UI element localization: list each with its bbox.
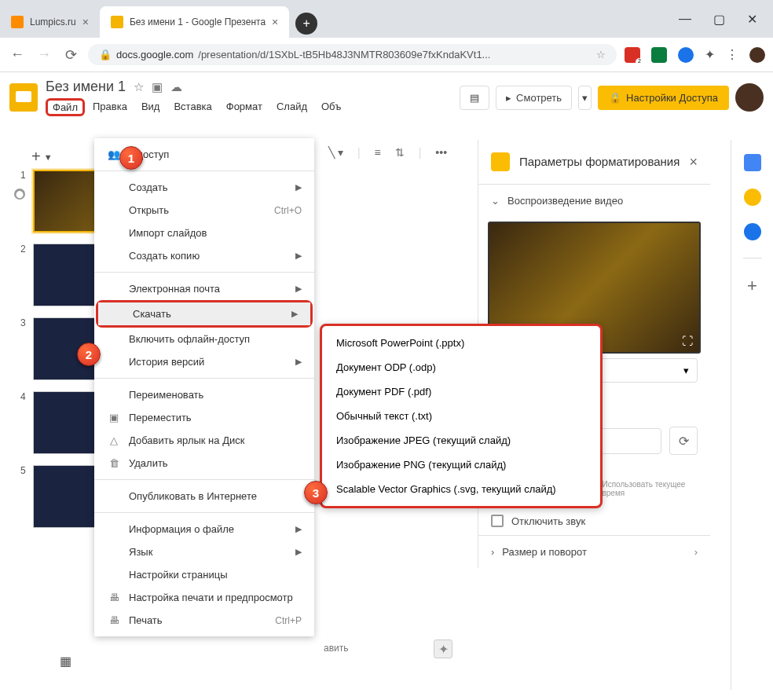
download-png[interactable]: Изображение PNG (текущий слайд) bbox=[322, 453, 600, 477]
download-pdf[interactable]: Документ PDF (.pdf) bbox=[322, 379, 600, 404]
menu-view[interactable]: Вид bbox=[135, 98, 167, 116]
mute-label: Отключить звук bbox=[511, 515, 585, 527]
calendar-icon[interactable] bbox=[744, 154, 761, 171]
menu-page[interactable]: Настройки страницы bbox=[94, 563, 314, 586]
align-icon[interactable]: ≡ bbox=[370, 143, 386, 162]
menu-delete[interactable]: 🗑Удалить bbox=[94, 452, 314, 475]
menu-insert[interactable]: Вставка bbox=[167, 98, 218, 116]
download-jpeg[interactable]: Изображение JPEG (текущий слайд) bbox=[322, 428, 600, 453]
menu-copy[interactable]: Создать копию▶ bbox=[94, 244, 314, 267]
slide-canvas[interactable] bbox=[324, 160, 457, 325]
label: Настройки страницы bbox=[129, 569, 228, 581]
menu-format[interactable]: Формат bbox=[220, 98, 269, 116]
menu-drive[interactable]: △Добавить ярлык на Диск bbox=[94, 429, 314, 452]
explore-icon[interactable]: ✦ bbox=[434, 640, 452, 658]
app-header: Без имени 1 ☆ ▣ ☁ Файл Правка Вид Вставк… bbox=[0, 72, 773, 123]
extensions-icon[interactable]: ✦ bbox=[705, 47, 715, 62]
add-icon[interactable]: + bbox=[747, 276, 757, 296]
menu-slide[interactable]: Слайд bbox=[270, 98, 313, 116]
label: Открыть bbox=[129, 204, 169, 216]
profile-avatar[interactable] bbox=[749, 47, 765, 63]
speaker-notes[interactable]: авить bbox=[324, 643, 349, 654]
menu-info[interactable]: Информация о файле▶ bbox=[94, 518, 314, 541]
forward-button[interactable]: → bbox=[35, 46, 53, 63]
slides-logo-icon[interactable] bbox=[9, 83, 38, 112]
ext-icon[interactable]: 2 bbox=[625, 47, 640, 63]
menu-download[interactable]: Скачать▶ bbox=[98, 302, 310, 325]
share-button[interactable]: 🔒Настройки Доступа bbox=[598, 86, 729, 110]
present-dropdown[interactable]: ▾ bbox=[578, 86, 592, 110]
present-button[interactable]: ▸Смотреть bbox=[496, 86, 572, 110]
menu-versions[interactable]: История версий▶ bbox=[94, 350, 314, 373]
menu-import[interactable]: Импорт слайдов bbox=[94, 222, 314, 244]
close-icon[interactable]: × bbox=[272, 16, 278, 28]
ext-icon[interactable] bbox=[678, 47, 694, 63]
size-section[interactable]: › Размер и поворот › bbox=[478, 535, 710, 568]
refresh-button[interactable]: ⟳ bbox=[669, 427, 698, 455]
menu-move[interactable]: ▣Переместить bbox=[94, 406, 314, 429]
menu-new[interactable]: Создать▶ bbox=[94, 176, 314, 199]
tab-lumpics[interactable]: Lumpics.ru × bbox=[0, 6, 100, 38]
folder-icon: ▣ bbox=[107, 412, 121, 423]
slide-num: 2 bbox=[20, 244, 28, 306]
menu-arrange[interactable]: Объ bbox=[315, 98, 347, 116]
address-bar[interactable]: 🔒 docs.google.com /presentation/d/1SXbL-… bbox=[88, 44, 617, 65]
menu-edit[interactable]: Правка bbox=[86, 98, 134, 116]
video-section[interactable]: ⌄ Воспроизведение видео bbox=[478, 184, 710, 217]
close-icon[interactable]: ✕ bbox=[747, 12, 757, 27]
minimize-icon[interactable]: — bbox=[679, 12, 691, 27]
grid-view-icon[interactable]: ▦ bbox=[60, 654, 82, 669]
arrow-icon: ▶ bbox=[291, 309, 298, 319]
move-icon[interactable]: ▣ bbox=[152, 80, 163, 94]
new-slide-button[interactable]: + ▼ bbox=[31, 148, 53, 166]
label: Документ PDF (.pdf) bbox=[336, 386, 431, 398]
side-rail: + bbox=[731, 140, 773, 690]
menu-lang[interactable]: Язык▶ bbox=[94, 541, 314, 563]
print-icon: 🖶 bbox=[107, 592, 121, 603]
reload-button[interactable]: ⟳ bbox=[61, 46, 80, 64]
back-button[interactable]: ← bbox=[8, 46, 27, 63]
star-icon[interactable]: ☆ bbox=[596, 49, 606, 60]
checkbox[interactable] bbox=[491, 515, 504, 527]
download-pptx[interactable]: Microsoft PowerPoint (.pptx) bbox=[322, 331, 600, 355]
keep-icon[interactable] bbox=[744, 189, 761, 206]
cloud-icon[interactable]: ☁ bbox=[170, 80, 182, 94]
menu-print-setup[interactable]: 🖶Настройка печати и предпросмотр bbox=[94, 586, 314, 609]
new-tab-button[interactable]: + bbox=[295, 13, 317, 35]
label: Microsoft PowerPoint (.pptx) bbox=[336, 337, 464, 349]
menu-rename[interactable]: Переименовать bbox=[94, 383, 314, 406]
mute-row[interactable]: Отключить звук bbox=[478, 507, 710, 535]
label: Создать копию bbox=[129, 250, 200, 262]
tab-slides[interactable]: Без имени 1 - Google Презента × bbox=[100, 6, 289, 38]
close-icon[interactable]: × bbox=[82, 16, 89, 28]
menu-file[interactable]: Файл bbox=[46, 98, 85, 116]
close-icon[interactable]: × bbox=[689, 154, 698, 170]
menu-email[interactable]: Электронная почта▶ bbox=[94, 277, 314, 300]
fullscreen-icon[interactable]: ⛶ bbox=[682, 335, 693, 347]
account-avatar[interactable] bbox=[735, 83, 764, 112]
ext-icon[interactable] bbox=[651, 47, 667, 63]
menu-open[interactable]: ОткрытьCtrl+O bbox=[94, 199, 314, 222]
menu-publish[interactable]: Опубликовать в Интернете bbox=[94, 485, 314, 508]
line-icon[interactable]: ╲ ▾ bbox=[324, 143, 348, 162]
comments-button[interactable]: ▤ bbox=[460, 86, 489, 110]
label: Удалить bbox=[129, 457, 168, 469]
favicon-slides bbox=[111, 16, 123, 28]
menu-print[interactable]: 🖶ПечатьCtrl+P bbox=[94, 609, 314, 632]
download-txt[interactable]: Обычный текст (.txt) bbox=[322, 404, 600, 428]
download-odp[interactable]: Документ ODP (.odp) bbox=[322, 355, 600, 379]
doc-title[interactable]: Без имени 1 bbox=[46, 79, 126, 95]
menu-icon[interactable]: ⋮ bbox=[726, 47, 738, 62]
maximize-icon[interactable]: ▢ bbox=[713, 12, 725, 27]
download-svg[interactable]: Scalable Vector Graphics (.svg, текущий … bbox=[322, 477, 600, 501]
spacing-icon[interactable]: ⇅ bbox=[390, 143, 409, 162]
label: Электронная почта bbox=[129, 283, 220, 295]
star-icon[interactable]: ☆ bbox=[134, 80, 144, 94]
panel-header: Параметры форматирования × bbox=[478, 140, 710, 184]
lock-icon: 🔒 bbox=[99, 49, 112, 60]
more-icon[interactable]: ••• bbox=[430, 143, 452, 162]
tasks-icon[interactable] bbox=[744, 223, 761, 240]
menu-offline[interactable]: Включить офлайн-доступ bbox=[94, 328, 314, 350]
url-path: /presentation/d/1SXbL-tB5Hb48J3NMTR80360… bbox=[198, 49, 490, 60]
label: Информация о файле bbox=[129, 523, 234, 535]
